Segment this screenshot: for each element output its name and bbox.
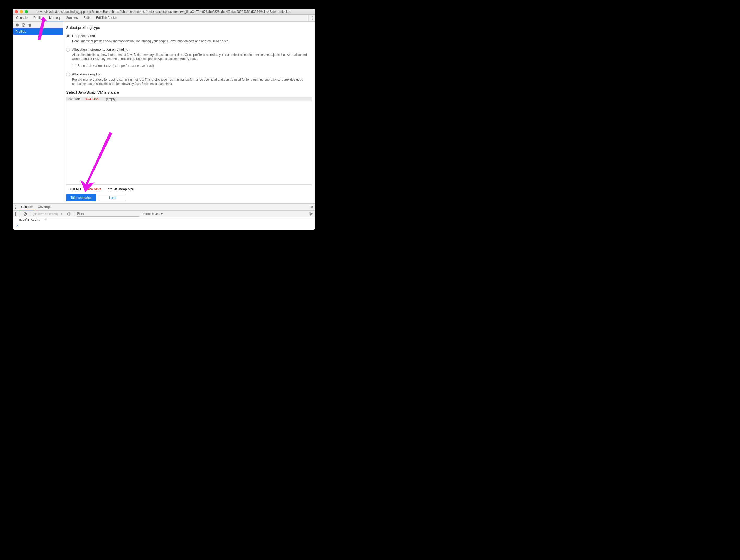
- load-button[interactable]: Load: [100, 194, 126, 202]
- profiles-toolbar: [13, 22, 63, 28]
- clear-icon[interactable]: [21, 22, 26, 28]
- svg-line-19: [309, 213, 310, 213]
- tab-editthiscookie[interactable]: EditThisCookie: [93, 15, 120, 21]
- console-sidebar-toggle-icon[interactable]: [14, 211, 20, 217]
- traffic-lights: [15, 10, 28, 13]
- window-title: devtools://devtools/bundled/js_app.html?…: [13, 10, 315, 14]
- separator: [30, 212, 30, 216]
- svg-point-8: [15, 208, 16, 209]
- profiles-sidebar: Profiles: [13, 22, 63, 203]
- eye-icon[interactable]: [66, 211, 72, 217]
- take-snapshot-button[interactable]: Take snapshot: [66, 194, 96, 202]
- context-selector[interactable]: (no item selected): [32, 212, 58, 216]
- panel-tabs: Console Profiler Memory Sources Rails Ed…: [13, 15, 315, 22]
- svg-point-1: [311, 17, 312, 18]
- svg-point-13: [69, 213, 70, 215]
- option-title: Allocation sampling: [72, 72, 101, 76]
- devtools-window: devtools://devtools/bundled/js_app.html?…: [13, 9, 315, 230]
- option-title: Heap snapshot: [72, 34, 95, 38]
- tab-memory[interactable]: Memory: [46, 15, 63, 21]
- svg-point-7: [15, 207, 16, 208]
- tab-rails[interactable]: Rails: [80, 15, 93, 21]
- heap-footer-stats: 36.0 MB ↑424 KB/s Total JS heap size: [69, 187, 312, 191]
- drawer-tab-console[interactable]: Console: [18, 204, 35, 210]
- clear-console-icon[interactable]: [22, 211, 28, 217]
- svg-rect-10: [15, 212, 16, 216]
- tab-profiler[interactable]: Profiler: [30, 15, 46, 21]
- console-toolbar: (no item selected) ▼ Default levels ▾: [13, 211, 315, 217]
- log-levels-selector[interactable]: Default levels ▾: [141, 212, 162, 216]
- suboption-record-stacks[interactable]: Record allocation stacks (extra performa…: [72, 64, 312, 68]
- window-titlebar: devtools://devtools/bundled/js_app.html?…: [13, 9, 315, 15]
- svg-line-5: [22, 24, 24, 26]
- console-output-line: module count = 4: [13, 217, 315, 223]
- drawer-tabs: Console Coverage: [13, 204, 315, 211]
- panel-menu-button[interactable]: [308, 15, 315, 21]
- svg-point-14: [310, 213, 311, 214]
- footer-label: Total JS heap size: [106, 187, 134, 191]
- svg-point-3: [16, 23, 19, 26]
- svg-point-2: [311, 19, 312, 20]
- footer-mem: 36.0 MB: [69, 187, 81, 191]
- option-allocation-sampling[interactable]: Allocation sampling: [66, 72, 312, 77]
- memory-panel-body: Profiles Select profiling type Heap snap…: [13, 22, 315, 204]
- console-prompt[interactable]: >: [13, 223, 315, 230]
- option-desc: Heap snapshot profiles show memory distr…: [72, 39, 312, 43]
- zoom-window-button[interactable]: [25, 10, 28, 13]
- radio-heap-snapshot[interactable]: [66, 34, 70, 38]
- drawer-menu-button[interactable]: [13, 204, 18, 210]
- vm-instance-heading: Select JavaScript VM instance: [66, 90, 312, 95]
- option-allocation-timeline[interactable]: Allocation instrumentation on timeline: [66, 47, 312, 52]
- console-filter-input[interactable]: [77, 211, 139, 217]
- action-buttons: Take snapshot Load: [66, 194, 312, 202]
- drawer-tab-coverage[interactable]: Coverage: [35, 204, 54, 210]
- chevron-down-icon: ▼: [60, 213, 63, 215]
- svg-line-20: [311, 215, 312, 215]
- svg-line-22: [309, 215, 310, 215]
- svg-point-0: [311, 16, 312, 17]
- sidebar-item-profiles[interactable]: Profiles: [13, 28, 63, 35]
- drawer-close-button[interactable]: [308, 204, 315, 210]
- profiling-type-heading: Select profiling type: [66, 25, 312, 30]
- console-settings-icon[interactable]: [308, 211, 313, 217]
- vm-instance-list: [66, 101, 312, 185]
- checkbox-record-stacks[interactable]: [72, 64, 76, 67]
- option-desc: Allocation timelines show instrumented J…: [72, 53, 312, 61]
- vm-instance-name: (empty): [106, 97, 116, 101]
- memory-content: Select profiling type Heap snapshot Heap…: [63, 22, 315, 203]
- radio-allocation-timeline[interactable]: [66, 48, 70, 52]
- suboption-label: Record allocation stacks (extra performa…: [78, 64, 154, 68]
- option-heap-snapshot[interactable]: Heap snapshot: [66, 34, 312, 38]
- console-drawer: Console Coverage (no item selected) ▼ De…: [13, 204, 315, 230]
- svg-line-12: [24, 213, 26, 215]
- vm-instance-row[interactable]: 36.0 MB ↑424 KB/s (empty): [66, 97, 312, 101]
- record-icon[interactable]: [14, 22, 20, 28]
- tab-console[interactable]: Console: [13, 15, 30, 21]
- tab-sources[interactable]: Sources: [63, 15, 80, 21]
- minimize-window-button[interactable]: [20, 10, 23, 13]
- vm-mem: 36.0 MB: [68, 97, 80, 101]
- svg-line-21: [311, 213, 312, 213]
- option-desc: Record memory allocations using sampling…: [72, 78, 312, 86]
- svg-point-6: [15, 205, 16, 206]
- radio-allocation-sampling[interactable]: [66, 73, 70, 77]
- vm-rate: ↑424 KB/s: [84, 97, 99, 101]
- close-window-button[interactable]: [15, 10, 18, 13]
- footer-rate: ↑424 KB/s: [86, 187, 101, 191]
- trash-icon[interactable]: [27, 22, 33, 28]
- option-title: Allocation instrumentation on timeline: [72, 47, 128, 51]
